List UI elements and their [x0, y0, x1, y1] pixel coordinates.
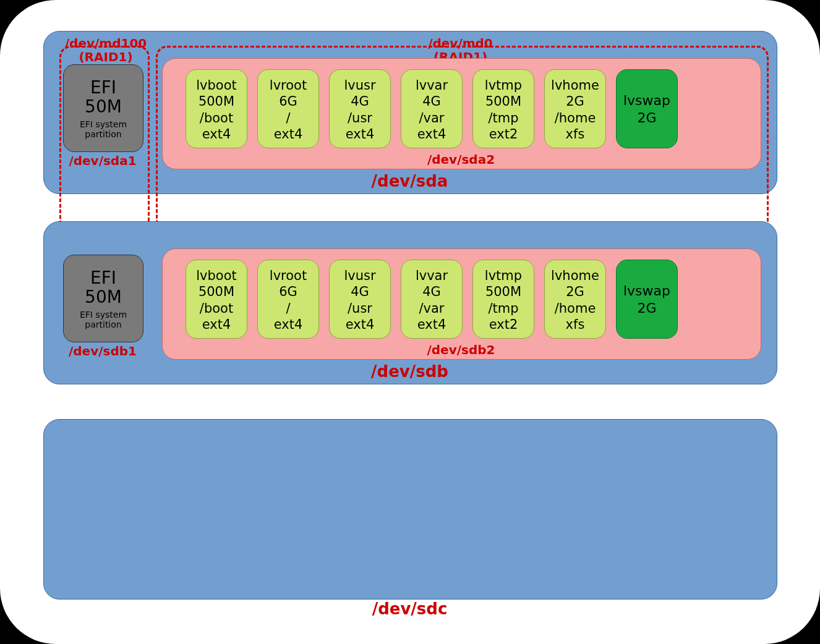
efi-subtitle: EFI system partition — [64, 119, 143, 139]
lv-name: lvtmp — [473, 77, 534, 93]
lv-fs: ext4 — [186, 126, 247, 142]
lv-mount: /home — [545, 300, 605, 316]
lv-mount: /tmp — [473, 300, 534, 316]
lv-size: 4G — [401, 284, 462, 300]
lv-lvhome: lvhome2G/homexfs — [544, 69, 606, 148]
lv-swap: lvswap2G — [616, 69, 678, 148]
lv-name: lvroot — [258, 268, 318, 284]
lv-fs: ext2 — [473, 126, 534, 142]
lv-size: 500M — [473, 284, 534, 300]
lv-name: lvboot — [186, 268, 247, 284]
diagram-canvas: /dev/sda /dev/md100 (RAID1) /dev/md0 (RA… — [0, 0, 820, 644]
lv-name: lvboot — [186, 77, 247, 93]
efi-title: EFI — [64, 255, 143, 288]
efi-sdb1: EFI 50M EFI system partition — [63, 255, 143, 342]
efi-sda1-label: /dev/sda1 — [59, 153, 146, 168]
lv-size: 6G — [258, 284, 318, 300]
lv-size: 6G — [258, 93, 318, 109]
lv-mount: /usr — [330, 300, 390, 316]
lv-size: 2G — [617, 300, 677, 317]
lv-size: 2G — [545, 284, 605, 300]
lv-size: 2G — [617, 109, 677, 127]
raid-md0-name: /dev/md0 — [156, 36, 765, 51]
lv-lvvar: lvvar4G/varext4 — [401, 69, 463, 148]
lv-mount: /home — [545, 110, 605, 126]
lv-mount: /var — [401, 110, 462, 126]
lv-size: 4G — [330, 93, 390, 109]
lv-name: lvroot — [258, 77, 318, 93]
lv-fs: ext4 — [258, 126, 318, 142]
lv-mount: / — [258, 110, 318, 126]
lv-lvhome: lvhome2G/homexfs — [544, 260, 606, 339]
lv-fs: ext4 — [401, 316, 462, 333]
lv-fs: ext4 — [186, 316, 247, 333]
lv-size: 4G — [401, 93, 462, 109]
lv-lvusr: lvusr4G/usrext4 — [329, 69, 391, 148]
lv-fs: ext4 — [330, 126, 390, 142]
lv-name: lvusr — [330, 77, 390, 93]
lv-mount: /var — [401, 300, 462, 316]
lv-fs: ext4 — [258, 316, 318, 333]
lv-name: lvhome — [545, 77, 605, 93]
lv-lvusr: lvusr4G/usrext4 — [329, 260, 391, 339]
lv-lvvar: lvvar4G/varext4 — [401, 260, 463, 339]
lv-size: 2G — [545, 93, 605, 109]
lv-size: 500M — [186, 284, 247, 300]
lv-swap: lvswap2G — [616, 260, 678, 339]
lv-mount: /boot — [186, 110, 247, 126]
efi-sda1: EFI 50M EFI system partition — [63, 64, 143, 152]
lv-name: lvhome — [545, 268, 605, 284]
lv-name: lvswap — [617, 92, 677, 109]
lv-lvboot: lvboot500M/bootext4 — [186, 260, 247, 339]
lv-fs: xfs — [545, 126, 605, 142]
lv-mount: /tmp — [473, 110, 534, 126]
lv-fs: ext4 — [330, 316, 390, 333]
efi-subtitle: EFI system partition — [64, 310, 143, 329]
lv-lvtmp: lvtmp500M/tmpext2 — [472, 69, 534, 148]
lv-fs: ext4 — [401, 126, 462, 142]
lv-lvtmp: lvtmp500M/tmpext2 — [472, 260, 534, 339]
lv-mount: /usr — [330, 110, 390, 126]
lv-fs: xfs — [545, 316, 605, 333]
lv-mount: / — [258, 300, 318, 316]
lv-size: 500M — [186, 93, 247, 109]
lv-fs: ext2 — [473, 316, 534, 333]
lv-size: 500M — [473, 93, 534, 109]
lv-lvroot: lvroot6G/ext4 — [257, 260, 319, 339]
lv-name: lvswap — [617, 282, 677, 300]
lv-lvroot: lvroot6G/ext4 — [257, 69, 319, 148]
lv-mount: /boot — [186, 300, 247, 316]
lv-name: lvusr — [330, 268, 390, 284]
lv-size: 4G — [330, 284, 390, 300]
raid-md100-type: (RAID1) — [59, 49, 152, 64]
lv-name: lvvar — [401, 77, 462, 93]
efi-size: 50M — [64, 98, 143, 117]
lv-name: lvvar — [401, 268, 462, 284]
disk-sdc — [43, 419, 777, 600]
disk-sdc-label: /dev/sdc — [43, 600, 776, 618]
lv-name: lvtmp — [473, 268, 534, 284]
lv-lvboot: lvboot500M/bootext4 — [186, 69, 247, 148]
raid-md100-name: /dev/md100 — [59, 36, 152, 51]
efi-title: EFI — [64, 65, 143, 98]
efi-size: 50M — [64, 288, 143, 307]
efi-sdb1-label: /dev/sdb1 — [59, 344, 146, 358]
